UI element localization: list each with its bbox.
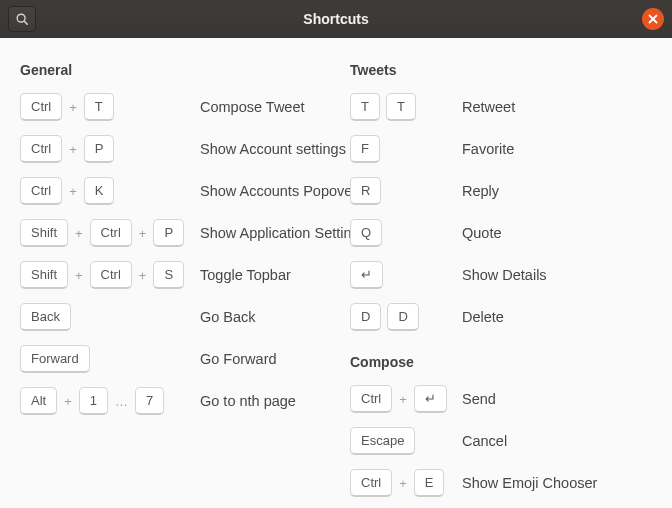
shortcut-row: Alt + 1 … 7 Go to nth page [20, 386, 322, 416]
shortcut-row: Back Go Back [20, 302, 322, 332]
section-title-general: General [20, 62, 322, 78]
column-left: General Ctrl + T Compose Tweet Ctrl + P … [20, 62, 322, 488]
key: 1 [79, 387, 108, 415]
shortcut-row: T T Retweet [350, 92, 652, 122]
shortcut-desc: Show Details [462, 267, 547, 283]
shortcut-desc: Show Emoji Chooser [462, 475, 597, 491]
key-combo: Ctrl + ↵ [350, 385, 462, 413]
plus: + [138, 268, 148, 283]
key-combo: Back [20, 303, 200, 331]
key-combo: Ctrl + T [20, 93, 200, 121]
shortcut-row: Q Quote [350, 218, 652, 248]
shortcut-desc: Delete [462, 309, 504, 325]
key-combo: Shift + Ctrl + S [20, 261, 200, 289]
search-icon [15, 12, 29, 26]
plus: + [398, 392, 408, 407]
key: Ctrl [350, 469, 392, 497]
plus: + [138, 226, 148, 241]
shortcut-row: Escape Cancel [350, 426, 652, 456]
window-title: Shortcuts [0, 11, 672, 27]
section-general: General Ctrl + T Compose Tweet Ctrl + P … [20, 62, 322, 416]
ellipsis: … [114, 394, 129, 409]
key: Ctrl [20, 93, 62, 121]
shortcut-row: Ctrl + K Show Accounts Popover [20, 176, 322, 206]
shortcut-row: R Reply [350, 176, 652, 206]
shortcut-desc: Show Account settings [200, 141, 346, 157]
shortcut-desc: Send [462, 391, 496, 407]
key-enter: ↵ [350, 261, 383, 289]
key: D [387, 303, 418, 331]
key: T [84, 93, 114, 121]
shortcut-desc: Reply [462, 183, 499, 199]
key: T [386, 93, 416, 121]
shortcut-desc: Favorite [462, 141, 514, 157]
plus: + [68, 142, 78, 157]
key: Forward [20, 345, 90, 373]
shortcut-desc: Show Accounts Popover [200, 183, 357, 199]
key-combo: Shift + Ctrl + P [20, 219, 200, 247]
svg-line-1 [24, 21, 27, 24]
shortcut-desc: Show Application Settings [200, 225, 367, 241]
key: P [84, 135, 115, 163]
key: Escape [350, 427, 415, 455]
section-tweets: Tweets T T Retweet F Favorite R Reply [350, 62, 652, 332]
section-compose: Compose Ctrl + ↵ Send Escape Cancel Ctrl [350, 354, 652, 498]
section-title-compose: Compose [350, 354, 652, 370]
shortcut-row: Shift + Ctrl + S Toggle Topbar [20, 260, 322, 290]
key: Ctrl [20, 135, 62, 163]
key: Shift [20, 261, 68, 289]
key-combo: Ctrl + P [20, 135, 200, 163]
key: Alt [20, 387, 57, 415]
key: Back [20, 303, 71, 331]
key-combo: Ctrl + K [20, 177, 200, 205]
key: E [414, 469, 445, 497]
key: Ctrl [350, 385, 392, 413]
key: D [350, 303, 381, 331]
shortcut-row: Ctrl + P Show Account settings [20, 134, 322, 164]
shortcut-row: Ctrl + T Compose Tweet [20, 92, 322, 122]
key-combo: F [350, 135, 462, 163]
key: P [153, 219, 184, 247]
key-combo: D D [350, 303, 462, 331]
key: T [350, 93, 380, 121]
key-combo: Ctrl + E [350, 469, 462, 497]
key-combo: Alt + 1 … 7 [20, 387, 200, 415]
key: S [153, 261, 184, 289]
key-combo: ↵ [350, 261, 462, 289]
shortcut-row: Ctrl + ↵ Send [350, 384, 652, 414]
plus: + [68, 184, 78, 199]
key: 7 [135, 387, 164, 415]
column-right: Tweets T T Retweet F Favorite R Reply [350, 62, 652, 488]
shortcut-row: F Favorite [350, 134, 652, 164]
key: Ctrl [90, 261, 132, 289]
search-button[interactable] [8, 6, 36, 32]
key-combo: Forward [20, 345, 200, 373]
shortcut-desc: Go Back [200, 309, 256, 325]
shortcut-desc: Quote [462, 225, 502, 241]
section-title-tweets: Tweets [350, 62, 652, 78]
key: R [350, 177, 381, 205]
shortcut-row: Forward Go Forward [20, 344, 322, 374]
key: Ctrl [90, 219, 132, 247]
titlebar: Shortcuts [0, 0, 672, 38]
key-combo: R [350, 177, 462, 205]
shortcut-row: D D Delete [350, 302, 652, 332]
key: K [84, 177, 115, 205]
key-combo: Q [350, 219, 462, 247]
shortcut-desc: Compose Tweet [200, 99, 305, 115]
content: General Ctrl + T Compose Tweet Ctrl + P … [0, 38, 672, 508]
shortcut-desc: Toggle Topbar [200, 267, 291, 283]
key: Shift [20, 219, 68, 247]
plus: + [68, 100, 78, 115]
shortcut-desc: Go to nth page [200, 393, 296, 409]
key: Q [350, 219, 382, 247]
shortcut-row: ↵ Show Details [350, 260, 652, 290]
key-combo: Escape [350, 427, 462, 455]
key: F [350, 135, 380, 163]
shortcut-desc: Retweet [462, 99, 515, 115]
plus: + [74, 268, 84, 283]
close-icon [648, 14, 658, 24]
plus: + [74, 226, 84, 241]
key: Ctrl [20, 177, 62, 205]
close-button[interactable] [642, 8, 664, 30]
